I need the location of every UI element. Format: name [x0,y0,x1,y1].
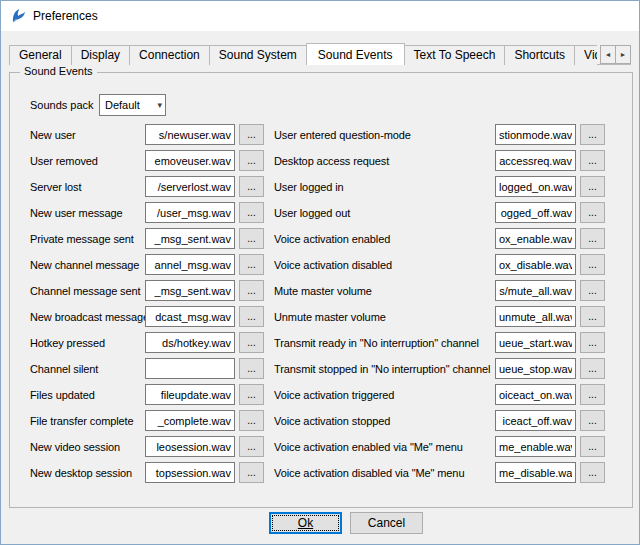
sounds-pack-row: Sounds pack Default ▾ [30,94,166,116]
event-label: Voice activation enabled via "Me" menu [274,441,495,453]
browse-button[interactable]: ... [239,306,264,327]
event-label: Transmit ready in "No interruption" chan… [274,337,495,349]
event-sound-input[interactable] [495,462,576,483]
event-row: User logged out... [274,202,605,223]
event-row: Private message sent... [30,228,264,249]
event-sound-input[interactable] [495,410,576,431]
event-row: User entered question-mode... [274,124,605,145]
event-sound-input[interactable] [495,436,576,457]
browse-button[interactable]: ... [580,254,605,275]
event-row: Voice activation stopped... [274,410,605,431]
browse-button[interactable]: ... [580,202,605,223]
group-title: Sound Events [20,65,97,77]
app-icon [10,8,26,24]
event-label: Unmute master volume [274,311,495,323]
event-row: Voice activation enabled... [274,228,605,249]
event-sound-input[interactable] [495,228,576,249]
tab-video[interactable]: Video [574,45,597,65]
event-row: File transfer complete... [30,410,264,431]
event-sound-input[interactable] [495,202,576,223]
event-row: Files updated... [30,384,264,405]
event-sound-input[interactable] [145,410,235,431]
browse-button[interactable]: ... [239,384,264,405]
browse-button[interactable]: ... [239,436,264,457]
events-column-right: User entered question-mode...Desktop acc… [274,124,605,488]
event-sound-input[interactable] [145,254,235,275]
browse-button[interactable]: ... [239,332,264,353]
tab-text-to-speech[interactable]: Text To Speech [404,45,506,65]
tab-connection[interactable]: Connection [129,45,210,65]
cancel-button[interactable]: Cancel [350,512,423,534]
browse-button[interactable]: ... [239,150,264,171]
browse-button[interactable]: ... [580,124,605,145]
browse-button[interactable]: ... [239,358,264,379]
event-sound-input[interactable] [145,228,235,249]
event-sound-input[interactable] [145,332,235,353]
event-row: New desktop session... [30,462,264,483]
browse-button[interactable]: ... [580,306,605,327]
tab-shortcuts[interactable]: Shortcuts [504,45,575,65]
browse-button[interactable]: ... [580,410,605,431]
event-row: New user message... [30,202,264,223]
event-sound-input[interactable] [495,150,576,171]
event-row: Voice activation disabled... [274,254,605,275]
event-sound-input[interactable] [145,124,235,145]
event-sound-input[interactable] [495,358,576,379]
event-label: Voice activation disabled via "Me" menu [274,467,495,479]
browse-button[interactable]: ... [580,332,605,353]
event-row: New channel message... [30,254,264,275]
sound-events-group: Sound Events Sounds pack Default ▾ New u… [9,72,633,508]
browse-button[interactable]: ... [580,228,605,249]
event-sound-input[interactable] [145,436,235,457]
browse-button[interactable]: ... [239,176,264,197]
browse-button[interactable]: ... [580,280,605,301]
event-sound-input[interactable] [145,462,235,483]
browse-button[interactable]: ... [580,436,605,457]
browse-button[interactable]: ... [580,462,605,483]
sounds-pack-select[interactable]: Default ▾ [99,94,166,116]
event-sound-input[interactable] [145,358,235,379]
event-sound-input[interactable] [145,306,235,327]
browse-button[interactable]: ... [239,228,264,249]
event-row: Transmit ready in "No interruption" chan… [274,332,605,353]
browse-button[interactable]: ... [239,254,264,275]
event-sound-input[interactable] [495,384,576,405]
browse-button[interactable]: ... [580,176,605,197]
event-sound-input[interactable] [145,280,235,301]
sounds-pack-value: Default [105,99,140,111]
tab-scroll-left-button[interactable]: ◄ [600,45,616,64]
browse-button[interactable]: ... [239,202,264,223]
event-sound-input[interactable] [495,124,576,145]
tab-general[interactable]: General [9,45,72,65]
browse-button[interactable]: ... [580,358,605,379]
event-sound-input[interactable] [495,280,576,301]
tab-sound-events[interactable]: Sound Events [306,43,405,65]
event-sound-input[interactable] [495,332,576,353]
event-label: Mute master volume [274,285,495,297]
event-sound-input[interactable] [145,176,235,197]
browse-button[interactable]: ... [239,124,264,145]
event-row: User removed... [30,150,264,171]
event-sound-input[interactable] [145,150,235,171]
browse-button[interactable]: ... [239,410,264,431]
tab-scroll-right-button[interactable]: ► [615,45,631,64]
event-sound-input[interactable] [145,202,235,223]
event-label: File transfer complete [30,415,145,427]
event-sound-input[interactable] [495,306,576,327]
tab-bar: GeneralDisplayConnectionSound SystemSoun… [9,43,631,65]
events-column-left: New user...User removed...Server lost...… [30,124,264,488]
event-sound-input[interactable] [495,254,576,275]
sounds-pack-label: Sounds pack [30,99,99,111]
event-label: Channel silent [30,363,145,375]
event-label: Files updated [30,389,145,401]
titlebar: Preferences [1,1,639,31]
browse-button[interactable]: ... [580,150,605,171]
event-sound-input[interactable] [145,384,235,405]
tab-display[interactable]: Display [71,45,130,65]
browse-button[interactable]: ... [239,280,264,301]
ok-button[interactable]: Ok [269,512,342,534]
browse-button[interactable]: ... [580,384,605,405]
event-sound-input[interactable] [495,176,576,197]
browse-button[interactable]: ... [239,462,264,483]
tab-sound-system[interactable]: Sound System [209,45,307,65]
